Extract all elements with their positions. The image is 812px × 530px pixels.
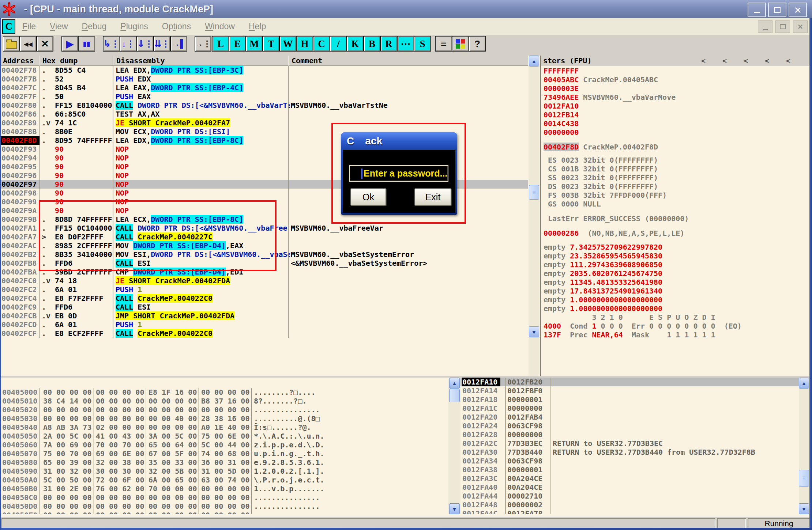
fpu-tab-arrow-icon[interactable]: <	[701, 56, 706, 66]
stack-row-0012FA4C[interactable]: 0012FA4C0012FA78	[460, 509, 799, 514]
menu-plugins[interactable]: Plugins	[113, 22, 155, 31]
pane-R-button[interactable]: R	[380, 36, 397, 52]
stack-row-0012FA14[interactable]: 0012FA140012FBF0	[460, 386, 799, 395]
dump-scroll-thumb[interactable]	[449, 389, 460, 402]
mdi-close-button[interactable]: ×	[793, 20, 808, 33]
scroll-down-icon[interactable]: ▼	[529, 326, 539, 337]
dump-row-00405040[interactable]: 00405040A8 AB 3A 7302 00 00 0000 00 00 0…	[0, 423, 448, 432]
pane-W-button[interactable]: W	[279, 36, 296, 52]
step-into-button[interactable]: ↳⋮	[103, 36, 120, 52]
disasm-row-00402F7F[interactable]: 00402F7F.50PUSH EAX	[0, 92, 528, 101]
pane-B-button[interactable]: B	[364, 36, 380, 52]
stack-row-0012FA34[interactable]: 0012FA340063CF98	[460, 457, 799, 465]
mdi-restore-button[interactable]	[775, 20, 790, 33]
pane-S-button[interactable]: S	[414, 36, 431, 52]
dump-row-004050E0[interactable]: 004050E000 00 00 0000 00 00 0000 00 00 0…	[0, 511, 448, 514]
stack-scrollbar[interactable]: ▲ ≡ ▼	[799, 378, 809, 514]
fpu-tab-arrow-icon[interactable]: <	[722, 56, 727, 66]
dump-row-00405020[interactable]: 0040502000 00 00 0000 00 00 0000 00 00 0…	[0, 405, 448, 414]
stack-scroll-thumb[interactable]: ≡	[799, 470, 809, 487]
stack-row-0012FA44[interactable]: 0012FA4400002710	[460, 492, 799, 500]
disasm-scrollbar[interactable]: ▲ ≡ ▼	[529, 56, 540, 376]
menu-help[interactable]: Help	[242, 22, 273, 31]
dump-row-004050B0[interactable]: 004050B031 00 2E 0076 00 62 0070 00 00 0…	[0, 484, 448, 493]
dump-row-004050C0[interactable]: 004050C000 00 00 0000 00 00 0000 00 00 0…	[0, 493, 448, 502]
scroll-up-icon[interactable]: ▲	[449, 378, 460, 389]
pane-L-button[interactable]: L	[212, 36, 229, 52]
pane-C-button[interactable]: C	[313, 36, 330, 52]
stack-row-0012FA24[interactable]: 0012FA240063CF98	[460, 421, 799, 430]
fpu-tab-arrow-icon[interactable]: <	[765, 56, 769, 66]
scroll-down-icon[interactable]: ▼	[449, 503, 460, 514]
menu-file[interactable]: File	[15, 22, 43, 31]
animate-over-button[interactable]: ⇊⋮	[154, 36, 170, 52]
dump-row-00405080[interactable]: 0040508065 00 39 0032 00 38 0035 00 33 0…	[0, 458, 448, 467]
pane-K-button[interactable]: K	[347, 36, 364, 52]
disasm-row-00402FCD[interactable]: 00402FCD.6A 01PUSH 1	[0, 320, 528, 329]
disasm-scroll-thumb[interactable]: ≡	[529, 185, 539, 200]
stack-pane[interactable]: 0012FA100012FB200012FA140012FBF00012FA18…	[460, 378, 799, 514]
disasm-row-00402F78[interactable]: 00402F78.8D55 C4LEA EDX,DWORD PTR SS:[EB…	[0, 66, 528, 75]
dump-row-004050D0[interactable]: 004050D000 00 00 0000 00 00 0000 00 00 0…	[0, 502, 448, 511]
stack-row-0012FA40[interactable]: 0012FA4000A204CE	[460, 483, 799, 492]
pane-E-button[interactable]: E	[229, 36, 246, 52]
go-to-address-button[interactable]: →⋮	[195, 36, 211, 52]
dump-row-00405090[interactable]: 0040509031 00 32 0030 00 30 0032 00 5B 0…	[0, 467, 448, 476]
disasm-row-00402F7B[interactable]: 00402F7B.52PUSH EDX	[0, 75, 528, 83]
pane-H-button[interactable]: H	[296, 36, 313, 52]
dump-row-004050A0[interactable]: 004050A05C 00 50 0072 00 6F 006A 00 65 0…	[0, 476, 448, 484]
step-over-button[interactable]: ↓⋮	[120, 36, 137, 52]
scroll-up-icon[interactable]: ▲	[799, 378, 809, 389]
disasm-row-00402FCF[interactable]: 00402FCF.E8 ECF2FFFFCALL CrackMeP.004022…	[0, 329, 528, 338]
stack-row-0012FA18[interactable]: 0012FA1800000001	[460, 395, 799, 404]
pause-button[interactable]: ▮▮	[78, 36, 95, 52]
stack-row-0012FA2C[interactable]: 0012FA2C77D3B3ECRETURN to USER32.77D3B3E…	[460, 439, 799, 448]
run-button[interactable]: ▶	[61, 36, 78, 52]
title-bar[interactable]: - [CPU - main thread, module CrackMeP]	[0, 0, 812, 18]
dump-row-00405070[interactable]: 0040507075 00 70 0069 00 6E 0067 00 5F 0…	[0, 449, 448, 458]
animate-into-button[interactable]: ⇓⋮	[137, 36, 154, 52]
fpu-tab-arrow-icon[interactable]: <	[744, 56, 748, 66]
disasm-row-00402F7C[interactable]: 00402F7C.8D45 B4LEA EAX,DWORD PTR SS:[EB…	[0, 83, 528, 92]
cpu-window-icon[interactable]: C	[2, 19, 15, 34]
disasm-row-00402F86[interactable]: 00402F86.66:85C0TEST AX,AX	[0, 110, 528, 118]
menu-view[interactable]: View	[43, 22, 75, 31]
memory-dump-pane[interactable]: 0040500000 00 00 0000 00 00 00E8 1F 16 0…	[0, 378, 448, 514]
disasm-row-00402FC9[interactable]: 00402FC9.FFD6CALL ESI	[0, 303, 528, 311]
open-file-button[interactable]	[3, 36, 20, 52]
restore-button[interactable]	[768, 3, 786, 17]
stack-row-0012FA30[interactable]: 0012FA3077D3B440RETURN to USER32.77D3B44…	[460, 448, 799, 457]
dump-row-00405050[interactable]: 004050502A 00 5C 0041 00 43 003A 00 5C 0…	[0, 432, 448, 440]
pane-T-button[interactable]: T	[263, 36, 279, 52]
dump-row-00405000[interactable]: 0040500000 00 00 0000 00 00 00E8 1F 16 0…	[0, 388, 448, 397]
dump-scrollbar[interactable]: ▲ ▼	[448, 378, 460, 514]
pane-dots-button[interactable]: ⋯	[397, 36, 414, 52]
stack-row-0012FA28[interactable]: 0012FA2800000000	[460, 430, 799, 439]
scroll-down-icon[interactable]: ▼	[799, 503, 809, 514]
close-program-button[interactable]: ✕	[37, 36, 53, 52]
execute-till-return-button[interactable]: →▌	[170, 36, 187, 52]
dump-row-00405060[interactable]: 004050607A 00 69 0070 00 70 0065 00 64 0…	[0, 440, 448, 449]
menu-window[interactable]: Window	[198, 22, 242, 31]
mdi-minimize-button[interactable]	[758, 20, 772, 33]
minimize-button[interactable]	[748, 3, 766, 17]
scroll-up-icon[interactable]: ▲	[529, 56, 539, 67]
appearance-colors-button[interactable]	[452, 36, 469, 52]
registers-pane[interactable]: sters (FPU) <<<<< FFFFFFFF00405ABC Crack…	[540, 56, 810, 376]
disasm-row-00402FC2[interactable]: 00402FC2.6A 01PUSH 1	[0, 285, 528, 294]
disasm-row-00402FCB[interactable]: 00402FCB.vEB 0DJMP SHORT CrackMeP.00402F…	[0, 311, 528, 320]
stack-row-0012FA3C[interactable]: 0012FA3C00A204CE	[460, 474, 799, 483]
pane-slash-button[interactable]: /	[330, 36, 347, 52]
windows-list-button[interactable]: ≡	[435, 36, 452, 52]
stack-row-0012FA48[interactable]: 0012FA4800000002	[460, 500, 799, 509]
dump-row-00405030[interactable]: 0040503000 00 00 0000 00 00 0000 00 40 0…	[0, 414, 448, 423]
disasm-row-00402FC4[interactable]: 00402FC4.E8 F7F2FFFFCALL CrackMeP.004022…	[0, 294, 528, 303]
menu-options[interactable]: Options	[155, 22, 198, 31]
disasm-row-00402F80[interactable]: 00402F80.FF15 E8104000CALL DWORD PTR DS:…	[0, 101, 528, 110]
stack-row-0012FA10[interactable]: 0012FA100012FB20	[460, 378, 799, 386]
stack-row-0012FA20[interactable]: 0012FA200012FAB4	[460, 413, 799, 421]
restart-button[interactable]: ◀◀	[20, 36, 37, 52]
disasm-row-00402FC0[interactable]: 00402FC0.v74 18JE SHORT CrackMeP.00402FD…	[0, 276, 528, 285]
pane-M-button[interactable]: M	[246, 36, 263, 52]
close-button[interactable]	[789, 3, 807, 17]
